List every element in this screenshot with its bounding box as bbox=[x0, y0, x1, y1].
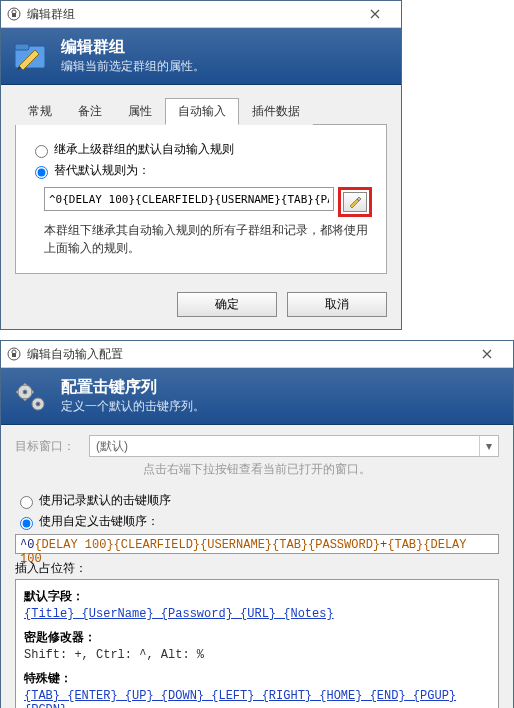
close-button[interactable] bbox=[355, 3, 395, 25]
gears-icon bbox=[11, 376, 51, 416]
chevron-down-icon[interactable]: ▾ bbox=[479, 436, 498, 456]
target-window-combo[interactable]: (默认) ▾ bbox=[89, 435, 499, 457]
modifiers-text: Shift: +, Ctrl: ^, Alt: % bbox=[24, 648, 490, 662]
tab-strip: 常规 备注 属性 自动输入 插件数据 bbox=[15, 97, 387, 125]
sequence-input[interactable] bbox=[44, 187, 334, 211]
tab-properties[interactable]: 属性 bbox=[115, 98, 165, 125]
window-title-2: 编辑自动输入配置 bbox=[27, 346, 123, 363]
custom-sequence-input[interactable]: ^0{DELAY 100}{CLEARFIELD}{USERNAME}{TAB}… bbox=[15, 534, 499, 554]
default-field-links[interactable]: {Title} {UserName} {Password} {URL} {Not… bbox=[24, 607, 490, 621]
titlebar-2: 编辑自动输入配置 bbox=[1, 341, 513, 368]
edit-group-dialog: 编辑群组 编辑群组 编辑当前选定群组的属性。 常规 备注 属性 自动输入 插件数… bbox=[0, 0, 402, 330]
radio-custom-input[interactable] bbox=[20, 517, 33, 530]
note-text: 本群组下继承其自动输入规则的所有子群组和记录，都将使用上面输入的规则。 bbox=[44, 221, 372, 257]
radio-override-input[interactable] bbox=[35, 166, 48, 179]
svg-rect-1 bbox=[12, 13, 16, 17]
target-window-value: (默认) bbox=[90, 436, 479, 456]
header-band-2: 配置击键序列 定义一个默认的击键序列。 bbox=[1, 368, 513, 425]
target-hint: 点击右端下拉按钮查看当前已打开的窗口。 bbox=[15, 461, 499, 478]
highlight-box bbox=[338, 187, 372, 217]
tab-notes[interactable]: 备注 bbox=[65, 98, 115, 125]
ok-button[interactable]: 确定 bbox=[177, 292, 277, 317]
insert-placeholder-label: 插入占位符： bbox=[15, 560, 499, 577]
svg-rect-5 bbox=[12, 353, 16, 357]
placeholder-list[interactable]: 默认字段： {Title} {UserName} {Password} {URL… bbox=[15, 579, 499, 708]
edit-sequence-button[interactable] bbox=[343, 192, 367, 212]
radio-custom-seq[interactable]: 使用自定义击键顺序： bbox=[15, 513, 499, 530]
section-default-fields: 默认字段： bbox=[24, 588, 490, 605]
header-subtitle: 编辑当前选定群组的属性。 bbox=[61, 58, 205, 75]
radio-inherit-label: 继承上级群组的默认自动输入规则 bbox=[54, 141, 234, 158]
radio-default-seq[interactable]: 使用记录默认的击键顺序 bbox=[15, 492, 499, 509]
tab-plugin-data[interactable]: 插件数据 bbox=[239, 98, 313, 125]
folder-edit-icon bbox=[11, 36, 51, 76]
radio-inherit-input[interactable] bbox=[35, 145, 48, 158]
lock-icon bbox=[7, 7, 21, 21]
radio-inherit[interactable]: 继承上级群组的默认自动输入规则 bbox=[30, 141, 372, 158]
section-modifiers: 密匙修改器： bbox=[24, 629, 490, 646]
radio-override-label: 替代默认规则为： bbox=[54, 162, 150, 179]
svg-point-9 bbox=[36, 402, 40, 406]
radio-custom-label: 使用自定义击键顺序： bbox=[39, 513, 159, 530]
radio-default-input[interactable] bbox=[20, 496, 33, 509]
window-title: 编辑群组 bbox=[27, 6, 75, 23]
radio-override[interactable]: 替代默认规则为： bbox=[30, 162, 372, 179]
tab-content: 继承上级群组的默认自动输入规则 替代默认规则为： 本群组下继承其自动输入规则的所… bbox=[15, 125, 387, 274]
header-title: 编辑群组 bbox=[61, 37, 205, 58]
edit-autotype-dialog: 编辑自动输入配置 配置击键序列 定义一个默认的击键序列。 目标窗口： (默认) bbox=[0, 340, 514, 708]
close-button-2[interactable] bbox=[467, 343, 507, 365]
titlebar: 编辑群组 bbox=[1, 1, 401, 28]
svg-rect-3 bbox=[15, 44, 29, 50]
radio-default-label: 使用记录默认的击键顺序 bbox=[39, 492, 171, 509]
section-special-keys: 特殊键： bbox=[24, 670, 490, 687]
tab-autotype[interactable]: 自动输入 bbox=[165, 98, 239, 125]
header-subtitle-2: 定义一个默认的击键序列。 bbox=[61, 398, 205, 415]
special-key-links[interactable]: {TAB} {ENTER} {UP} {DOWN} {LEFT} {RIGHT}… bbox=[24, 689, 490, 708]
target-window-label: 目标窗口： bbox=[15, 438, 81, 455]
tab-general[interactable]: 常规 bbox=[15, 98, 65, 125]
header-band: 编辑群组 编辑当前选定群组的属性。 bbox=[1, 28, 401, 85]
lock-icon bbox=[7, 347, 21, 361]
header-title-2: 配置击键序列 bbox=[61, 377, 205, 398]
cancel-button[interactable]: 取消 bbox=[287, 292, 387, 317]
svg-point-7 bbox=[23, 390, 27, 394]
